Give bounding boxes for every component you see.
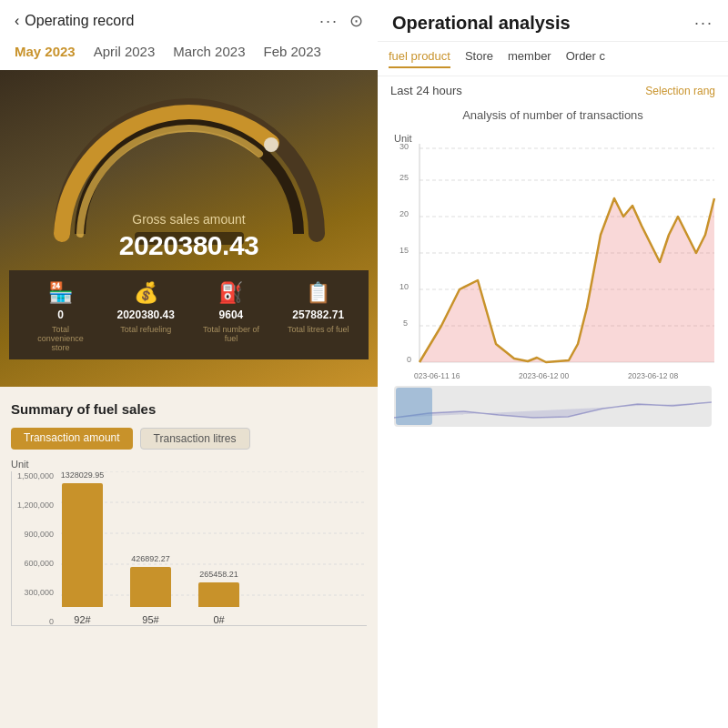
line-chart-svg: Unit 0 5 10 15 20 25 30 (387, 126, 719, 380)
time-row: Last 24 hours Selection rang (378, 76, 728, 105)
store-icon: 🏪 (48, 281, 73, 305)
header-title: Operating record (25, 13, 134, 29)
stats-row: 🏪 0 Total convenience store 💰 2020380.43… (9, 270, 369, 359)
y-axis-labels: 0 300,000 600,000 900,000 1,200,000 1,50… (12, 471, 57, 626)
stat-fuel-count-value: 9604 (219, 308, 244, 321)
svg-text:2023-06-12 00: 2023-06-12 00 (519, 371, 570, 380)
bar-95-label: 95# (142, 614, 158, 625)
bar-92: 1328029.95 (62, 483, 103, 607)
stat-fuel-count: ⛽ 9604 Total number of fuel (199, 281, 263, 352)
stat-refueling: 💰 2020380.43 Total refueling (117, 281, 175, 352)
fuel-summary-title: Summary of fuel sales (11, 401, 367, 417)
bar-0-value: 265458.21 (199, 570, 238, 579)
stat-fuel-count-label: Total number of fuel (199, 325, 263, 343)
tab-transaction-litres[interactable]: Transaction litres (140, 428, 250, 450)
stat-convenience-value: 0 (57, 308, 64, 321)
y-label-900k: 900,000 (12, 530, 57, 539)
bar-chart-inner: 0 300,000 600,000 900,000 1,200,000 1,50… (11, 471, 367, 626)
target-icon[interactable]: ⊙ (349, 11, 363, 31)
month-tab-feb[interactable]: Feb 2023 (259, 42, 324, 61)
svg-point-0 (264, 137, 278, 152)
month-tab-may[interactable]: May 2023 (11, 42, 79, 61)
bar-92-value: 1328029.95 (61, 470, 105, 480)
header-actions: ··· ⊙ (319, 11, 363, 31)
mini-nav-svg (394, 386, 712, 427)
filter-tab-store[interactable]: Store (465, 49, 493, 68)
bar-92-label: 92# (74, 614, 90, 625)
fuel-summary: Summary of fuel sales Transaction amount… (0, 387, 378, 728)
fuel-icon: ⛽ (218, 281, 243, 305)
selection-range[interactable]: Selection rang (645, 85, 715, 97)
stat-convenience-label: Total convenience store (29, 325, 93, 352)
filter-tab-member[interactable]: member (508, 49, 551, 68)
y-label-300k: 300,000 (12, 588, 57, 597)
gauge-text: Gross sales amount 2020380.43 (119, 212, 259, 270)
gauge-section: Gross sales amount 2020380.43 🏪 0 Total … (0, 70, 378, 387)
month-tab-april[interactable]: April 2023 (90, 42, 159, 61)
gauge-label: Gross sales amount (119, 212, 259, 227)
y-label-600k: 600,000 (12, 559, 57, 568)
svg-text:0: 0 (407, 355, 411, 364)
svg-text:15: 15 (399, 246, 409, 255)
bar-group-95: 426892.27 95# (130, 567, 171, 625)
chart-title: Analysis of number of transactions (387, 105, 719, 126)
stat-litres: 📋 257882.71 Total litres of fuel (288, 281, 349, 352)
menu-dots[interactable]: ··· (319, 12, 339, 31)
back-button[interactable]: ‹ Operating record (15, 13, 134, 29)
bar-0-label: 0# (213, 614, 224, 625)
svg-text:10: 10 (399, 282, 409, 291)
filter-tab-order[interactable]: Order c (566, 49, 605, 68)
chart-tabs: Transaction amount Transaction litres (11, 428, 367, 450)
y-label-1200k: 1,200,000 (12, 500, 57, 510)
svg-text:2023-06-12 08: 2023-06-12 08 (628, 371, 679, 380)
filter-tabs: fuel product Store member Order c (378, 42, 728, 76)
right-header: Operational analysis ··· (378, 0, 728, 42)
y-label-1500k: 1,500,000 (12, 471, 57, 480)
svg-text:25: 25 (399, 173, 409, 182)
time-label[interactable]: Last 24 hours (390, 84, 462, 97)
stat-litres-value: 257882.71 (292, 308, 344, 321)
month-tab-march[interactable]: March 2023 (169, 42, 248, 61)
left-header: ‹ Operating record ··· ⊙ (0, 0, 378, 42)
y-label-0: 0 (12, 617, 57, 626)
chart-area: Analysis of number of transactions Unit … (378, 105, 728, 728)
month-tabs: May 2023 April 2023 March 2023 Feb 2023 (0, 42, 378, 70)
bar-group-0: 265458.21 0# (198, 582, 239, 625)
right-menu-dots[interactable]: ··· (694, 14, 713, 33)
filter-tab-fuel[interactable]: fuel product (389, 49, 450, 68)
tab-transaction-amount[interactable]: Transaction amount (11, 428, 133, 450)
back-icon: ‹ (15, 13, 19, 29)
bar-95: 426892.27 (130, 567, 171, 607)
bar-group-92: 1328029.95 92# (62, 483, 103, 625)
line-chart: Unit 0 5 10 15 20 25 30 (387, 126, 719, 380)
clipboard-icon: 📋 (306, 281, 330, 305)
stat-litres-label: Total litres of fuel (288, 325, 349, 334)
bar-0: 265458.21 (198, 582, 239, 607)
bar-95-value: 426892.27 (131, 554, 170, 563)
svg-text:5: 5 (403, 318, 408, 328)
gauge-container: Gross sales amount 2020380.43 (44, 88, 335, 270)
unit-label: Unit (11, 459, 367, 470)
right-panel: Operational analysis ··· fuel product St… (378, 0, 728, 728)
svg-text:023-06-11 16: 023-06-11 16 (414, 371, 460, 380)
stat-convenience: 🏪 0 Total convenience store (29, 281, 93, 352)
stat-refueling-label: Total refueling (120, 325, 171, 334)
gauge-value: 2020380.43 (119, 230, 259, 261)
money-icon: 💰 (134, 281, 158, 305)
bar-chart: Unit 0 300,000 600,000 900,000 1,200,000… (11, 459, 367, 641)
svg-text:20: 20 (399, 209, 409, 218)
mini-nav-highlight (396, 388, 432, 425)
left-panel: ‹ Operating record ··· ⊙ May 2023 April … (0, 0, 378, 728)
right-title: Operational analysis (392, 13, 571, 34)
mini-navigator[interactable] (394, 386, 712, 427)
svg-text:30: 30 (399, 142, 409, 151)
stat-refueling-value: 2020380.43 (117, 308, 175, 321)
